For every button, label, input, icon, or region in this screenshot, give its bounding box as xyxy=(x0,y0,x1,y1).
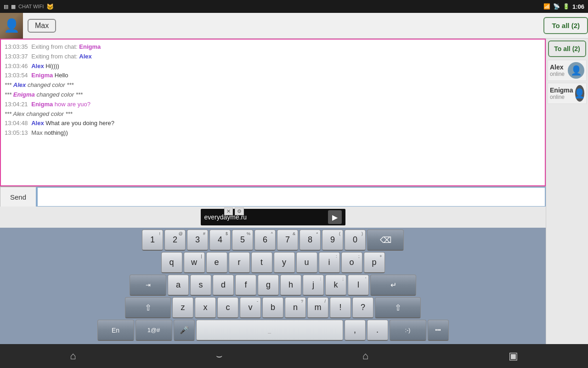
key-m[interactable]: m/ xyxy=(307,297,328,318)
key-a[interactable]: a xyxy=(168,275,189,296)
msg-1: 13:03:35 Exiting from chat: Enigma xyxy=(5,42,541,52)
user-alex-name: Alex xyxy=(550,63,566,71)
to-all-sidebar-button[interactable]: To all (2) xyxy=(548,40,586,57)
key-8[interactable]: *8 xyxy=(300,230,321,251)
signal-icon: ▤ xyxy=(4,4,8,10)
key-v[interactable]: v- xyxy=(240,297,261,318)
user-name-button[interactable]: Max xyxy=(28,19,56,33)
key-u[interactable]: u xyxy=(296,252,317,273)
key-e[interactable]: e xyxy=(206,252,227,273)
key-more[interactable]: ••• xyxy=(428,320,449,341)
user-enigma-name: Enigma xyxy=(550,86,573,94)
msg-9: 13:04:48 Alex What are you doing here? xyxy=(5,119,541,128)
key-f[interactable]: f xyxy=(235,275,256,296)
key-z[interactable]: z xyxy=(172,297,193,318)
key-backspace[interactable]: ⌫ xyxy=(367,230,404,251)
key-shift-left[interactable]: ⇧ xyxy=(125,297,171,318)
key-6[interactable]: ^6 xyxy=(254,230,276,251)
content-area: 13:03:35 Exiting from chat: Enigma 13:03… xyxy=(0,39,588,344)
ad-bar: ✕ ⚙ everydayme.ru ▶ xyxy=(0,207,546,228)
keyboard-row-bottom: En 1@# 🎤 _ , . :-) ••• xyxy=(1,320,545,341)
bottom-nav: ⌂ ⌣ ⌂ ▣ xyxy=(0,344,588,368)
key-exclaim[interactable]: ! xyxy=(330,297,351,318)
battery-icon: 🔋 xyxy=(563,3,570,10)
key-h[interactable]: h xyxy=(280,275,301,296)
key-l[interactable]: l' xyxy=(348,275,369,296)
key-g[interactable]: g xyxy=(258,275,279,296)
status-bar-right: 📶 📡 🔋 1:06 xyxy=(543,3,584,10)
key-w[interactable]: w| xyxy=(184,252,205,273)
messages-panel: 13:03:35 Exiting from chat: Enigma 13:03… xyxy=(0,39,546,186)
app: ▤ ▦ CHAT WIFI 🐱 📶 📡 🔋 1:06 👤 Max To all … xyxy=(0,0,588,368)
key-1[interactable]: !1 xyxy=(142,230,163,251)
key-space[interactable]: _ xyxy=(196,320,343,341)
key-y[interactable]: y xyxy=(274,252,295,273)
user-card-alex[interactable]: Alex online 👤 xyxy=(548,60,587,81)
clock: 1:06 xyxy=(572,3,584,10)
key-symbols[interactable]: 1@# xyxy=(136,320,172,341)
key-c[interactable]: c xyxy=(217,297,238,318)
keyboard-row-asdf: ⇥ a s d f g h j: k; l' ↵ xyxy=(1,275,545,296)
key-d[interactable]: d xyxy=(213,275,234,296)
key-microphone[interactable]: 🎤 xyxy=(174,320,195,341)
user-card-enigma[interactable]: Enigma online 👤 xyxy=(548,83,587,104)
key-5[interactable]: %5 xyxy=(232,230,253,251)
msg-2: 13:03:37 Exiting from chat: Alex xyxy=(5,52,541,62)
user-card-enigma-info: Enigma online xyxy=(550,86,573,100)
key-q[interactable]: q xyxy=(161,252,182,273)
key-k[interactable]: k; xyxy=(325,275,346,296)
key-question[interactable]: ? xyxy=(352,297,373,318)
key-7[interactable]: &7 xyxy=(277,230,298,251)
key-emoji[interactable]: :-) xyxy=(390,320,426,341)
key-s[interactable]: s xyxy=(190,275,211,296)
key-0[interactable]: )0 xyxy=(345,230,366,251)
key-lang[interactable]: En xyxy=(97,320,134,341)
to-all-header-button[interactable]: To all (2) xyxy=(543,17,588,34)
screen-icon: ▦ xyxy=(11,4,16,10)
ad-arrow-button[interactable]: ▶ xyxy=(328,210,342,224)
key-shift-right[interactable]: ⇧ xyxy=(375,297,421,318)
status-bar: ▤ ▦ CHAT WIFI 🐱 📶 📡 🔋 1:06 xyxy=(0,0,588,13)
key-p[interactable]: p+ xyxy=(364,252,385,273)
key-r[interactable]: r xyxy=(229,252,250,273)
key-9[interactable]: (9 xyxy=(322,230,343,251)
ad-x-button[interactable]: ✕ xyxy=(224,207,233,215)
ad-settings-button[interactable]: ⚙ xyxy=(235,207,244,215)
key-4[interactable]: $4 xyxy=(209,230,231,251)
user-card-alex-info: Alex online xyxy=(550,63,566,77)
msg-3: 13:03:46 Alex Hi)))) xyxy=(5,62,541,71)
key-b[interactable]: b xyxy=(262,297,283,318)
key-comma[interactable]: , xyxy=(345,320,366,341)
header: 👤 Max To all (2) xyxy=(0,13,588,39)
user-alex-avatar: 👤 xyxy=(568,62,584,79)
key-x[interactable]: x xyxy=(195,297,216,318)
input-row: Send xyxy=(0,186,546,207)
msg-5: *** Alex changed color *** xyxy=(5,80,541,90)
key-j[interactable]: j: xyxy=(303,275,324,296)
key-enter[interactable]: ↵ xyxy=(370,275,416,296)
nav-back-button[interactable]: ⌂ xyxy=(61,346,85,366)
key-t[interactable]: t xyxy=(251,252,272,273)
nav-recent-button[interactable]: ▣ xyxy=(499,346,527,366)
nav-menu-button[interactable]: ⌣ xyxy=(207,346,232,366)
sidebar: To all (2) Alex online 👤 Enigma online xyxy=(546,39,588,344)
msg-4: 13:03:54 Enigma Hello xyxy=(5,71,541,80)
key-n[interactable]: n? xyxy=(285,297,306,318)
msg-10: 13:05:13 Max nothing)) xyxy=(5,128,541,138)
msg-8: *** Alex changed color *** xyxy=(5,109,541,119)
key-period[interactable]: . xyxy=(367,320,388,341)
user-enigma-avatar: 👤 xyxy=(575,85,584,102)
send-button[interactable]: Send xyxy=(0,187,37,207)
avatar-image: 👤 xyxy=(0,13,23,39)
status-bar-left: ▤ ▦ CHAT WIFI 🐱 xyxy=(4,3,54,10)
key-3[interactable]: #3 xyxy=(187,230,208,251)
key-i[interactable]: i: xyxy=(319,252,340,273)
nav-home-button[interactable]: ⌂ xyxy=(353,346,378,366)
wifi-icon: 📡 xyxy=(553,3,560,10)
msg-7: 13:04:21 Enigma how are yuo? xyxy=(5,100,541,109)
message-input[interactable] xyxy=(37,187,546,207)
key-2[interactable]: @2 xyxy=(164,230,186,251)
signal-bars-icon: 📶 xyxy=(543,3,550,10)
key-tab[interactable]: ⇥ xyxy=(130,275,166,296)
key-o[interactable]: o; xyxy=(341,252,362,273)
